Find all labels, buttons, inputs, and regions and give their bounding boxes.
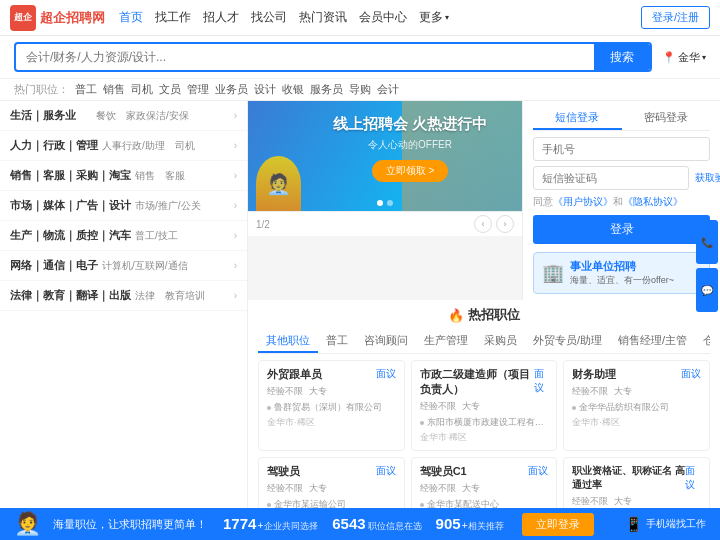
search-input[interactable] <box>16 50 594 64</box>
top-section: 🧑‍💼 线上招聘会 火热进行中 令人心动的OFFER 立即领取 > 1/2 <box>248 101 720 300</box>
privacy-link[interactable]: 《隐私协议》 <box>623 196 683 207</box>
job-card-1[interactable]: 市政二级建造师（项目负责人） 面议 经验不限 大专 东阳市横厦市政建设工程有限公… <box>411 360 558 451</box>
bottom-login-button[interactable]: 立即登录 <box>522 513 594 536</box>
banner-subtitle: 令人心动的OFFER <box>308 138 512 152</box>
hot-tags-bar: 热门职位： 普工 销售 司机 文员 管理 业务员 设计 收银 服务员 导购 会计 <box>0 79 720 101</box>
job-tab-5[interactable]: 外贸专员/助理 <box>525 330 610 353</box>
captcha-input[interactable] <box>533 166 689 190</box>
sidebar-cat-5: 生产｜物流｜质控｜汽车 <box>10 228 131 243</box>
nav-item-recruit[interactable]: 招人才 <box>203 9 239 26</box>
job-badge-1: 面议 <box>534 367 549 395</box>
sidebar-item-2[interactable]: 人力｜行政｜管理 人事行政/助理 司机 › <box>0 131 247 161</box>
banner-area: 🧑‍💼 线上招聘会 火热进行中 令人心动的OFFER 立即领取 > 1/2 <box>248 101 522 300</box>
hot-tag-1[interactable]: 普工 <box>75 82 97 97</box>
logo[interactable]: 超企 超企招聘网 <box>10 5 105 31</box>
hot-tag-5[interactable]: 管理 <box>187 82 209 97</box>
login-submit-button[interactable]: 登录 <box>533 215 710 244</box>
job-tab-2[interactable]: 咨询顾问 <box>356 330 416 353</box>
job-tab-7[interactable]: 仓库管理员 <box>695 330 710 353</box>
job-exp-1: 经验不限 <box>420 400 456 413</box>
float-message-btn[interactable]: 💬 <box>696 268 718 312</box>
phone-input[interactable] <box>533 137 710 161</box>
job-exp-5: 经验不限 <box>572 495 608 508</box>
nav-item-home[interactable]: 首页 <box>119 9 143 26</box>
chevron-right-icon: › <box>234 260 237 271</box>
nav-item-news[interactable]: 热门资讯 <box>299 9 347 26</box>
job-edu-5: 大专 <box>614 495 632 508</box>
job-location-0: 金华市·稀区 <box>267 416 396 429</box>
hot-tag-6[interactable]: 业务员 <box>215 82 248 97</box>
stat-plus-3: + <box>462 520 468 531</box>
enterprise-icon: 🏢 <box>542 262 564 284</box>
chevron-down-icon: ▾ <box>702 53 706 62</box>
job-title-2: 财务助理 <box>572 367 616 382</box>
banner-next-button[interactable]: › <box>496 215 514 233</box>
job-tab-3[interactable]: 生产管理 <box>416 330 476 353</box>
hot-tag-4[interactable]: 文员 <box>159 82 181 97</box>
job-tabs: 其他职位 普工 咨询顾问 生产管理 采购员 外贸专员/助理 销售经理/主管 仓库… <box>258 330 710 354</box>
job-badge-3: 面议 <box>376 464 396 478</box>
nav-item-member[interactable]: 会员中心 <box>359 9 407 26</box>
hot-tag-3[interactable]: 司机 <box>131 82 153 97</box>
job-edu-3: 大专 <box>309 482 327 495</box>
hot-tags-label: 热门职位： <box>14 82 69 97</box>
tab-pwd-login[interactable]: 密码登录 <box>622 107 711 130</box>
banner-prev-button[interactable]: ‹ <box>474 215 492 233</box>
job-title-5: 职业资格证、职称证名 高通过率 <box>572 464 685 492</box>
job-badge-5: 面议 <box>685 464 701 492</box>
sidebar-cat-7: 法律｜教育｜翻译｜出版 <box>10 288 131 303</box>
header: 超企 超企招聘网 首页 找工作 招人才 找公司 热门资讯 会员中心 更多 ▾ 登… <box>0 0 720 36</box>
job-company-1: 东阳市横厦市政建设工程有限公司 <box>427 416 547 429</box>
tab-sms-login[interactable]: 短信登录 <box>533 107 622 130</box>
sidebar-sub-2: 人事行政/助理 司机 <box>102 139 230 153</box>
nav-item-find-job[interactable]: 找工作 <box>155 9 191 26</box>
chevron-right-icon: › <box>234 140 237 151</box>
job-tab-1[interactable]: 普工 <box>318 330 356 353</box>
section-title-text: 热招职位 <box>468 306 520 324</box>
hot-tag-7[interactable]: 设计 <box>254 82 276 97</box>
search-input-wrap: 搜索 <box>14 42 652 72</box>
job-tab-0[interactable]: 其他职位 <box>258 330 318 353</box>
login-panel: 短信登录 密码登录 获取验证码 同意《用户协议》和《隐私协议》 登录 <box>522 101 720 300</box>
hot-tag-10[interactable]: 导购 <box>349 82 371 97</box>
search-button[interactable]: 搜索 <box>594 44 650 70</box>
sidebar-item-4[interactable]: 市场｜媒体｜广告｜设计 市场/推广/公关 › <box>0 191 247 221</box>
enterprise-job-block[interactable]: 🏢 事业单位招聘 海量、适宜、有一份offer~ <box>533 252 710 294</box>
bottom-text: 海量职位，让求职招聘更简单！ <box>53 517 207 532</box>
sidebar-item-5[interactable]: 生产｜物流｜质控｜汽车 普工/技工 › <box>0 221 247 251</box>
hot-tag-11[interactable]: 会计 <box>377 82 399 97</box>
sidebar-item-3[interactable]: 销售｜客服｜采购｜淘宝 销售 客服 › <box>0 161 247 191</box>
nav-item-company[interactable]: 找公司 <box>251 9 287 26</box>
sidebar-cat-4: 市场｜媒体｜广告｜设计 <box>10 198 131 213</box>
job-card-0[interactable]: 外贸跟单员 面议 经验不限 大专 鲁群贸易（深圳）有限公司 金华市·稀区 <box>258 360 405 451</box>
banner-nav-bar: 1/2 ‹ › <box>248 211 522 236</box>
job-tab-6[interactable]: 销售经理/主管 <box>610 330 695 353</box>
hot-tag-2[interactable]: 销售 <box>103 82 125 97</box>
sidebar-item-1[interactable]: 生活｜服务业 餐饮 家政保洁/安保 › <box>0 101 247 131</box>
mobile-text: 手机端找工作 <box>646 517 706 531</box>
job-card-2[interactable]: 财务助理 面议 经验不限 大专 金华华品纺织有限公司 金华市·稀区 <box>563 360 710 451</box>
get-captcha-button[interactable]: 获取验证码 <box>693 166 720 190</box>
sidebar-item-6[interactable]: 网络｜通信｜电子 计算机/互联网/通信 › <box>0 251 247 281</box>
job-title-4: 驾驶员C1 <box>420 464 467 479</box>
flame-icon: 🔥 <box>448 308 464 323</box>
hot-tag-9[interactable]: 服务员 <box>310 82 343 97</box>
job-title-0: 外贸跟单员 <box>267 367 322 382</box>
sidebar-item-7[interactable]: 法律｜教育｜翻译｜出版 法律 教育培训 › <box>0 281 247 311</box>
sidebar: 生活｜服务业 餐饮 家政保洁/安保 › 人力｜行政｜管理 人事行政/助理 司机 … <box>0 101 248 521</box>
login-register-button[interactable]: 登录/注册 <box>641 6 710 29</box>
banner-cta-button[interactable]: 立即领取 > <box>372 160 449 182</box>
login-tabs: 短信登录 密码登录 <box>533 107 710 131</box>
job-tab-4[interactable]: 采购员 <box>476 330 525 353</box>
float-phone-btn[interactable]: 📞 <box>696 220 718 264</box>
company-dot <box>420 421 424 425</box>
user-agreement-link[interactable]: 《用户协议》 <box>553 196 613 207</box>
job-grid: 外贸跟单员 面议 经验不限 大专 鲁群贸易（深圳）有限公司 金华市·稀区 <box>258 360 710 521</box>
section-title: 🔥 热招职位 <box>258 306 710 324</box>
location-selector[interactable]: 📍 金华 ▾ <box>662 50 706 65</box>
bottom-stat-2: 6543 职位信息在选 <box>332 515 421 533</box>
nav-item-more[interactable]: 更多 ▾ <box>419 9 449 26</box>
hot-tag-8[interactable]: 收银 <box>282 82 304 97</box>
company-dot <box>420 503 424 507</box>
stat-label-3: 相关推荐 <box>468 520 504 533</box>
